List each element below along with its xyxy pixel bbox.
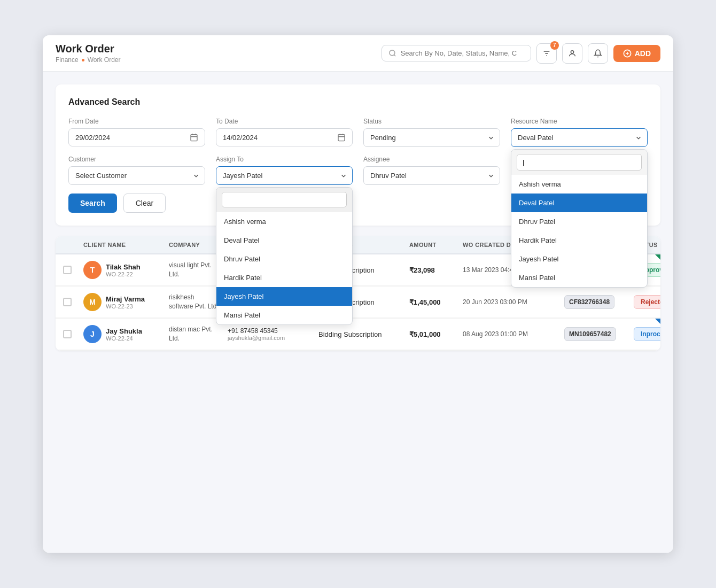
- row3-amount: ₹5,01,000: [405, 330, 458, 338]
- breadcrumb: Finance Work Order: [56, 56, 121, 64]
- search-button[interactable]: Search: [68, 194, 117, 213]
- assign-to-search-box: [216, 188, 352, 212]
- assign-item-hardik[interactable]: Hardik Patel: [216, 268, 352, 287]
- th-company: COMPANY: [165, 242, 223, 248]
- notification-button[interactable]: [588, 43, 608, 64]
- row2-status-badge: Rejected: [634, 295, 660, 309]
- add-label: ADD: [635, 49, 651, 58]
- svg-point-0: [390, 50, 395, 56]
- assign-item-deval[interactable]: Deval Patel: [216, 231, 352, 250]
- resource-item-ashish[interactable]: Ashish verma: [511, 175, 647, 194]
- assign-to-display[interactable]: Jayesh Patel: [216, 166, 353, 185]
- row1-checkbox-cell: [56, 266, 79, 274]
- resource-item-deval[interactable]: Deval Patel: [511, 194, 647, 212]
- resource-name-select-wrapper[interactable]: Deval Patel: [511, 128, 648, 147]
- th-client-name: CLIENT NAME: [79, 242, 165, 248]
- from-date-label: From Date: [68, 118, 205, 125]
- status-select[interactable]: Pending Approved Rejected Inprocess: [363, 128, 500, 147]
- assign-item-ashish[interactable]: Ashish verma: [216, 212, 352, 231]
- assignee-select[interactable]: Dhruv Patel: [363, 166, 500, 185]
- status-group: Status Pending Approved Rejected Inproce…: [363, 118, 500, 147]
- global-search-input[interactable]: [401, 49, 524, 57]
- row2-checkbox[interactable]: [63, 298, 72, 306]
- row3-client-cell: J Jay Shukla WO-22-24: [79, 325, 165, 343]
- th-checkbox: [56, 242, 79, 248]
- row3-avatar: J: [83, 325, 102, 343]
- resource-name-display[interactable]: Deval Patel: [511, 128, 648, 147]
- add-button[interactable]: ADD: [613, 45, 660, 62]
- row2-checkbox-cell: [56, 298, 79, 306]
- from-date-group: From Date: [68, 118, 205, 147]
- row3-proposal-badge: MN109657482: [564, 327, 616, 341]
- status-label: Status: [363, 118, 500, 125]
- assign-to-list: Ashish verma Deval Patel Dhruv Patel Har…: [216, 212, 352, 324]
- assignee-select-wrapper: Dhruv Patel: [363, 166, 500, 185]
- assign-to-select-wrapper[interactable]: Jayesh Patel: [216, 166, 353, 185]
- assign-item-jayesh[interactable]: Jayesh Patel: [216, 287, 352, 306]
- row2-proposal: CF832766348: [560, 295, 629, 309]
- row3-client-name: Jay Shukla: [106, 327, 142, 335]
- resource-item-dhruv[interactable]: Dhruv Patel: [511, 212, 647, 231]
- resource-search-input[interactable]: [517, 154, 642, 171]
- svg-point-5: [571, 50, 573, 53]
- header: Work Order Finance Work Order 7: [43, 35, 673, 72]
- row3-wo-id: WO-22-24: [106, 335, 142, 342]
- row3-checkbox[interactable]: [63, 330, 72, 338]
- row1-checkbox[interactable]: [63, 266, 72, 274]
- page-title: Work Order: [56, 43, 121, 55]
- row3-product: Bidding Subscription: [314, 330, 405, 338]
- to-date-input[interactable]: [223, 134, 337, 142]
- inprocess-triangle-badge: [655, 319, 660, 324]
- global-search-bar[interactable]: [382, 45, 531, 61]
- plus-circle-icon: [623, 49, 632, 58]
- row2-avatar: M: [83, 293, 102, 311]
- calendar-icon-2: [337, 133, 346, 142]
- resource-item-jayesh[interactable]: Jayesh Patel: [511, 250, 647, 268]
- advanced-search-panel: Advanced Search From Date To Date: [56, 84, 660, 226]
- content-area: Advanced Search From Date To Date: [43, 72, 673, 553]
- main-window: Work Order Finance Work Order 7: [43, 35, 673, 553]
- assign-to-dropdown: Ashish verma Deval Patel Dhruv Patel Har…: [216, 187, 353, 325]
- row3-status: Inprocess: [629, 327, 660, 341]
- assignee-label: Assignee: [363, 156, 500, 163]
- table-row-2: M Miraj Varma WO-22-23 risikhesh softwar…: [56, 287, 660, 318]
- svg-line-1: [394, 55, 395, 56]
- header-right: 7 ADD: [382, 43, 660, 64]
- customer-group: Customer Select Customer: [68, 156, 205, 185]
- row2-amount: ₹1,45,000: [405, 298, 458, 306]
- row3-status-badge: Inprocess: [634, 327, 660, 341]
- assign-item-dhruv[interactable]: Dhruv Patel: [216, 250, 352, 268]
- resource-name-label: Resource Name: [511, 118, 648, 125]
- to-date-input-wrapper[interactable]: [216, 128, 353, 146]
- row3-date: 08 Aug 2023 01:00 PM: [458, 330, 560, 338]
- row1-amount: ₹23,098: [405, 266, 458, 274]
- resource-item-mansi[interactable]: Mansi Patel: [511, 268, 647, 287]
- customer-label: Customer: [68, 156, 205, 163]
- row3-checkbox-cell: [56, 330, 79, 338]
- clear-button[interactable]: Clear: [123, 194, 166, 213]
- customer-select-wrapper: Select Customer: [68, 166, 205, 185]
- row3-email: jayshukla@gmail.com: [228, 335, 310, 341]
- customer-select[interactable]: Select Customer: [68, 166, 205, 185]
- from-date-input[interactable]: [75, 134, 190, 142]
- table-row-3-wrapper: J Jay Shukla WO-22-24 distan mac Pvt. Lt…: [56, 319, 660, 351]
- breadcrumb-current: Work Order: [88, 56, 121, 64]
- assignee-group: Assignee Dhruv Patel: [363, 156, 500, 185]
- assign-item-mansi[interactable]: Mansi Patel: [216, 306, 352, 324]
- row1-client-name: Tilak Shah: [106, 263, 141, 271]
- assign-to-search-input[interactable]: [222, 192, 347, 207]
- table-row-3: J Jay Shukla WO-22-24 distan mac Pvt. Lt…: [56, 319, 660, 350]
- svg-rect-9: [191, 135, 197, 141]
- row1-wo-id: WO-22-22: [106, 271, 141, 277]
- row3-company: distan mac Pvt. Ltd.: [165, 325, 223, 343]
- row1-company: visual light Pvt. Ltd.: [165, 261, 223, 279]
- resource-item-hardik[interactable]: Hardik Patel: [511, 231, 647, 250]
- filter-button[interactable]: 7: [536, 43, 557, 64]
- to-date-label: To Date: [216, 118, 353, 125]
- row3-phone: +91 87458 45345: [228, 327, 310, 335]
- form-row-1: From Date To Date: [68, 118, 648, 147]
- from-date-input-wrapper[interactable]: [68, 128, 205, 146]
- row2-date: 20 Jun 2023 03:00 PM: [458, 298, 560, 306]
- table-row-2-wrapper: M Miraj Varma WO-22-23 risikhesh softwar…: [56, 287, 660, 319]
- user-button[interactable]: [562, 43, 582, 64]
